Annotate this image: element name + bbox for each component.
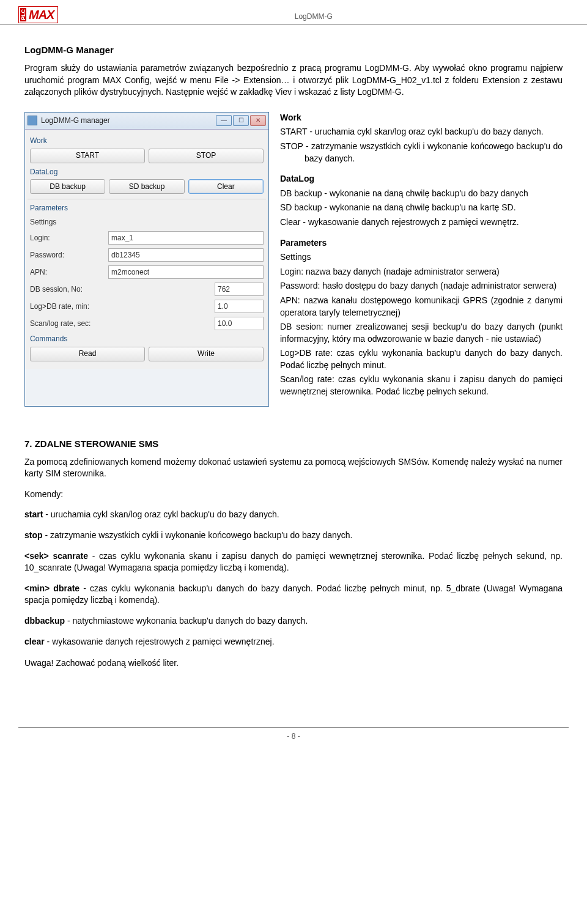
- scanlog-row: Scan/log rate, sec:: [30, 317, 264, 330]
- logdb-label: Log>DB rate, min:: [30, 301, 210, 312]
- dbsession-row: DB session, No:: [30, 283, 264, 296]
- login-input[interactable]: [108, 231, 264, 245]
- logdb-input[interactable]: [215, 300, 264, 313]
- cmd-clr-t: - wykasowanie danych rejestrowych z pami…: [45, 637, 275, 646]
- work-hd: Work: [280, 112, 563, 124]
- app-window: LogDMM-G manager — ☐ ✕ Work START STOP D…: [24, 112, 269, 407]
- apn-row: APN:: [30, 265, 264, 279]
- sms-section: 7. ZDALNE STEROWANIE SMS Za pomocą zdefi…: [24, 437, 563, 670]
- apn-label: APN:: [30, 267, 103, 278]
- sms-title: 7. ZDALNE STEROWANIE SMS: [24, 437, 563, 450]
- param-pwd: Password: hasło dostępu do bazy danych (…: [280, 280, 563, 292]
- cmd-start-t: - uruchamia cykl skan/log oraz cykl back…: [43, 509, 279, 519]
- work-section-label: Work: [30, 136, 264, 146]
- window-title: LogDMM-G manager: [41, 116, 216, 126]
- page-number: - 8 -: [287, 732, 300, 741]
- cmd-start: start - uruchamia cykl skan/log oraz cyk…: [24, 509, 563, 521]
- cmd-stop-t: - zatrzymanie wszystkich cykli i wykonan…: [43, 530, 353, 540]
- login-row: Login:: [30, 231, 264, 245]
- param-settings: Settings: [280, 251, 563, 264]
- cmd-stop: stop - zatrzymanie wszystkich cykli i wy…: [24, 530, 563, 542]
- settings-sub-label: Settings: [30, 217, 264, 227]
- password-label: Password:: [30, 250, 103, 261]
- datalog-db-desc: DB backup - wykonanie na daną chwilę bac…: [280, 188, 563, 200]
- sms-intro: Za pomocą zdefiniowanych komend możemy d…: [24, 456, 563, 480]
- dbbackup-button[interactable]: DB backup: [30, 179, 105, 194]
- sdbackup-button[interactable]: SD backup: [109, 179, 184, 194]
- write-button[interactable]: Write: [149, 347, 264, 361]
- logo-side-text: PLC: [20, 8, 26, 21]
- logo: PLC MAX: [18, 6, 58, 23]
- password-row: Password:: [30, 248, 264, 262]
- minimize-button[interactable]: —: [216, 115, 232, 126]
- cmd-dbr-t: - czas cyklu wykonania backup'u danych d…: [24, 583, 563, 605]
- close-button[interactable]: ✕: [250, 115, 266, 126]
- login-label: Login:: [30, 233, 103, 243]
- cmd-dbb-t: - natychmiastowe wykonania backup'u dany…: [65, 616, 308, 626]
- cmd-dbbackup: dbbackup - natychmiastowe wykonania back…: [24, 615, 563, 627]
- scanlog-label: Scan/log rate, sec:: [30, 319, 210, 329]
- clear-button[interactable]: Clear: [188, 179, 264, 194]
- cmd-scan-t: - czas cyklu wykonania skanu i zapisu da…: [24, 551, 563, 573]
- intro-title: LogDMM-G Manager: [24, 43, 563, 56]
- dbsession-label: DB session, No:: [30, 284, 210, 295]
- scanlog-input[interactable]: [215, 317, 264, 330]
- komendy-hd: Komendy:: [24, 489, 563, 501]
- divider: [28, 199, 266, 199]
- commands-section-label: Commands: [30, 334, 264, 344]
- logdb-row: Log>DB rate, min:: [30, 300, 264, 313]
- cmd-scan-b: <sek> scanrate: [24, 551, 88, 561]
- param-logdb: Log>DB rate: czas cyklu wykonania backup…: [280, 347, 563, 371]
- window-titlebar[interactable]: LogDMM-G manager — ☐ ✕: [25, 113, 268, 130]
- logo-main-text: MAX: [29, 6, 54, 23]
- cmd-stop-b: stop: [24, 530, 43, 540]
- cmd-start-b: start: [24, 509, 43, 519]
- descriptions-column: Work START - uruchamia cykl skan/log ora…: [280, 112, 563, 407]
- param-scan: Scan/log rate: czas cyklu wykonania skan…: [280, 374, 563, 397]
- datalog-sd-desc: SD backup - wykonanie na daną chwilę bac…: [280, 202, 563, 214]
- page-header: PLC MAX LogDMM-G: [0, 0, 587, 25]
- datalog-section-label: DataLog: [30, 167, 264, 177]
- cmd-clr-b: clear: [24, 637, 45, 646]
- header-title: LogDMM-G: [58, 12, 569, 23]
- read-button[interactable]: Read: [30, 347, 145, 361]
- param-login: Login: nazwa bazy danych (nadaje adminis…: [280, 266, 563, 278]
- maximize-button[interactable]: ☐: [233, 115, 249, 126]
- cmd-clear: clear - wykasowanie danych rejestrowych …: [24, 636, 563, 648]
- param-hd: Parameters: [280, 237, 563, 249]
- param-dbs: DB sesion: numer zrealizowanej sesji bec…: [280, 321, 563, 345]
- datalog-hd: DataLog: [280, 173, 563, 185]
- cmd-dbb-b: dbbackup: [24, 616, 65, 626]
- datalog-clear-desc: Clear - wykasowanie danych rejestrowych …: [280, 216, 563, 229]
- cmd-dbrate: <min> dbrate - czas cyklu wykonania back…: [24, 583, 563, 607]
- dbsession-input[interactable]: [215, 283, 264, 296]
- param-apn: APN: nazwa kanału dostępowego komunikacj…: [280, 295, 563, 319]
- window-body: Work START STOP DataLog DB backup SD bac…: [25, 130, 268, 369]
- cmd-dbr-b: <min> dbrate: [24, 583, 79, 593]
- work-start-desc: START - uruchamia cykl skan/log oraz cyk…: [280, 126, 563, 138]
- stop-button[interactable]: STOP: [149, 149, 264, 163]
- work-description: Work START - uruchamia cykl skan/log ora…: [280, 112, 563, 164]
- password-input[interactable]: [108, 248, 264, 262]
- cmd-scanrate: <sek> scanrate - czas cyklu wykonania sk…: [24, 550, 563, 574]
- page-footer: - 8 -: [18, 727, 569, 745]
- parameters-section-label: Parameters: [30, 203, 264, 213]
- intro-paragraph: Program służy do ustawiania parametrów z…: [24, 62, 563, 98]
- apn-input[interactable]: [108, 265, 264, 279]
- parameters-description: Parameters Settings Login: nazwa bazy da…: [280, 237, 563, 398]
- work-stop-desc: STOP - zatrzymanie wszystkich cykli i wy…: [280, 141, 563, 164]
- two-column-layout: LogDMM-G manager — ☐ ✕ Work START STOP D…: [24, 112, 563, 407]
- sms-warning: Uwaga! Zachować podaną wielkość liter.: [24, 657, 563, 670]
- start-button[interactable]: START: [30, 149, 145, 163]
- app-icon: [28, 116, 37, 125]
- content: LogDMM-G Manager Program służy do ustawi…: [0, 25, 587, 690]
- datalog-description: DataLog DB backup - wykonanie na daną ch…: [280, 173, 563, 228]
